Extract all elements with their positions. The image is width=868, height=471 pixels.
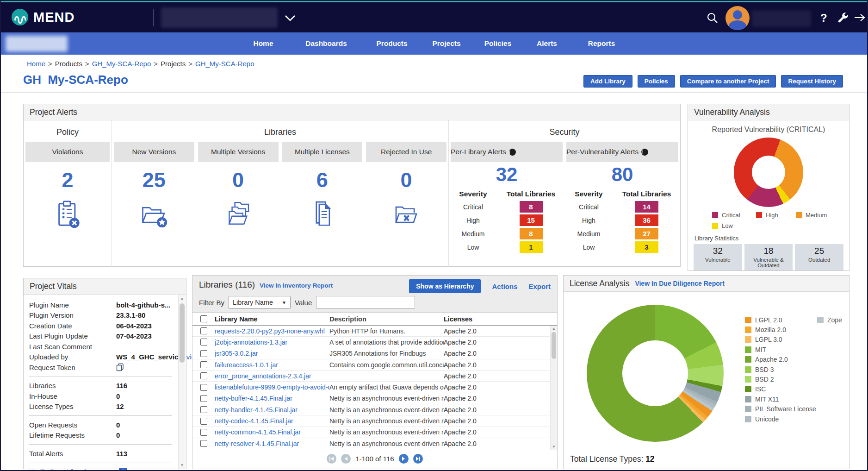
breadcrumb-item[interactable]: Home: [27, 60, 45, 68]
alert-card-violations[interactable]: Violations 2: [24, 142, 112, 232]
show-as-hierarchy-button[interactable]: Show as Hierarchy: [409, 279, 481, 293]
breadcrumb-separator: >: [85, 60, 89, 68]
filter-field-select[interactable]: Library Name▼: [229, 296, 291, 309]
library-license: Apache 2.0: [444, 417, 557, 425]
scrollbar-thumb[interactable]: [552, 332, 556, 359]
row-checkbox[interactable]: [200, 440, 207, 447]
scroll-up-icon[interactable]: ▲: [179, 296, 186, 301]
library-name-link[interactable]: listenablefuture-9999.0-empty-to-avoid-c…: [215, 383, 329, 391]
nav-item-reports[interactable]: Reports: [588, 32, 615, 55]
severity-count-badge[interactable]: 27: [635, 228, 658, 239]
library-stat-box[interactable]: 32Vulnerable: [694, 244, 742, 270]
info-icon[interactable]: i: [641, 149, 648, 156]
severity-count-badge[interactable]: 14: [635, 201, 658, 213]
row-checkbox[interactable]: [200, 327, 207, 334]
severity-count-badge[interactable]: 8: [520, 201, 543, 213]
scroll-down-icon[interactable]: ▼: [551, 445, 557, 449]
severity-count-badge[interactable]: 8: [520, 228, 543, 239]
library-name-link[interactable]: error_prone_annotations-2.3.4.jar: [215, 372, 311, 380]
row-checkbox[interactable]: [200, 418, 207, 425]
info-icon[interactable]: i: [509, 149, 516, 156]
library-name-link[interactable]: netty-codec-4.1.45.Final.jar: [215, 417, 293, 425]
legend-label: Low: [722, 222, 733, 229]
nav-item-alerts[interactable]: Alerts: [537, 32, 557, 55]
legend-item: Unicode: [745, 414, 816, 424]
view-in-inventory-report-link[interactable]: View In Inventory Report: [260, 282, 333, 289]
library-name-link[interactable]: requests-2.20.0-py2.py3-none-any.whl: [215, 327, 325, 335]
library-name-link[interactable]: netty-handler-4.1.45.Final.jar: [215, 406, 298, 414]
legend-label: Unicode: [755, 415, 779, 423]
vulnerability-donut-chart: [734, 138, 803, 207]
library-description: Python HTTP for Humans.: [329, 327, 444, 335]
severity-count-badge[interactable]: 1: [520, 241, 543, 253]
scroll-down-icon[interactable]: ▼: [179, 463, 186, 467]
compare-to-another-project-button[interactable]: Compare to another Project: [680, 75, 776, 88]
previous-page-button[interactable]: [341, 454, 351, 464]
request-history-button[interactable]: Request History: [781, 75, 843, 88]
chevron-down-icon[interactable]: [284, 14, 296, 22]
last-page-button[interactable]: [413, 454, 423, 464]
alert-card-new-versions[interactable]: New Versions 25: [112, 142, 196, 232]
column-header-licenses[interactable]: Licenses: [444, 315, 557, 323]
alert-card-multiple-versions[interactable]: Multiple Versions 0: [196, 142, 280, 232]
next-page-button[interactable]: [399, 454, 409, 464]
select-all-checkbox[interactable]: [200, 315, 207, 322]
library-name-link[interactable]: failureaccess-1.0.1.jar: [215, 361, 278, 369]
library-name-link[interactable]: netty-buffer-4.1.45.Final.jar: [215, 395, 292, 402]
scrollbar[interactable]: ▲ ▼: [178, 295, 186, 469]
legend-label: PIL Software License: [755, 405, 816, 413]
severity-label: Critical: [463, 203, 483, 211]
nav-item-policies[interactable]: Policies: [484, 32, 512, 55]
column-header-description[interactable]: Description: [329, 315, 444, 323]
card-value: 25: [112, 169, 196, 192]
export-button[interactable]: Export: [528, 283, 551, 290]
library-name-link[interactable]: netty-resolver-4.1.45.Final.jar: [215, 440, 299, 447]
search-icon[interactable]: [706, 12, 719, 25]
library-stat-box[interactable]: 25Outdated: [795, 244, 843, 270]
library-name-link[interactable]: j2objc-annotations-1.3.jar: [215, 339, 287, 346]
mend-logo[interactable]: MEND: [11, 8, 74, 26]
filter-value-input[interactable]: [316, 296, 415, 309]
actions-menu[interactable]: Actions: [492, 283, 517, 290]
library-name-link[interactable]: jsr305-3.0.2.jar: [215, 350, 258, 357]
scroll-up-icon[interactable]: ▲: [551, 327, 557, 331]
nav-item-projects[interactable]: Projects: [432, 32, 460, 55]
logout-arrow-icon[interactable]: [853, 13, 866, 22]
severity-count-badge[interactable]: 3: [635, 241, 658, 253]
copy-icon[interactable]: [116, 363, 124, 371]
breadcrumb-item[interactable]: GH_My-SCA-Repo: [195, 60, 254, 68]
row-checkbox[interactable]: [200, 350, 207, 357]
row-checkbox[interactable]: [200, 384, 207, 391]
severity-count-badge[interactable]: 15: [520, 214, 543, 226]
legend-label: ISC: [755, 385, 766, 393]
row-checkbox[interactable]: [200, 395, 207, 402]
row-checkbox[interactable]: [200, 429, 207, 436]
row-checkbox[interactable]: [200, 361, 207, 368]
org-selector-redacted[interactable]: [161, 7, 278, 28]
row-checkbox[interactable]: [200, 372, 207, 379]
nav-item-products[interactable]: Products: [376, 32, 407, 55]
alert-card-rejected-in-use[interactable]: Rejected In Use 0: [364, 142, 448, 232]
row-checkbox[interactable]: [200, 339, 207, 345]
view-in-due-diligence-report-link[interactable]: View In Due Diligence Report: [635, 280, 724, 287]
alert-card-multiple-licenses[interactable]: Multiple Licenses 6: [280, 142, 365, 232]
column-header-library-name[interactable]: Library Name: [215, 315, 329, 323]
severity-count-badge[interactable]: 36: [635, 214, 658, 226]
help-icon[interactable]: ?: [820, 12, 827, 25]
avatar[interactable]: [725, 6, 750, 30]
breadcrumb-item[interactable]: GH_My-SCA-Repo: [92, 60, 151, 68]
scrollbar[interactable]: ▲ ▼: [550, 326, 557, 450]
scrollbar-thumb[interactable]: [180, 303, 185, 363]
add-library-button[interactable]: Add Library: [583, 75, 632, 88]
row-checkbox[interactable]: [200, 406, 207, 413]
library-stat-box[interactable]: 18Vulnerable & Outdated: [744, 244, 793, 270]
first-page-button[interactable]: [327, 454, 336, 464]
policies-button[interactable]: Policies: [638, 75, 675, 88]
admin-wrench-icon[interactable]: [837, 12, 849, 24]
help-icon[interactable]: ?: [119, 468, 127, 471]
folder-star-icon: [112, 199, 196, 232]
library-name-link[interactable]: netty-common-4.1.45.Final.jar: [215, 428, 301, 436]
nav-item-home[interactable]: Home: [253, 32, 273, 55]
table-row: netty-common-4.1.45.Final.jarNetty is an…: [192, 427, 557, 438]
nav-item-dashboards[interactable]: Dashboards: [305, 32, 347, 55]
